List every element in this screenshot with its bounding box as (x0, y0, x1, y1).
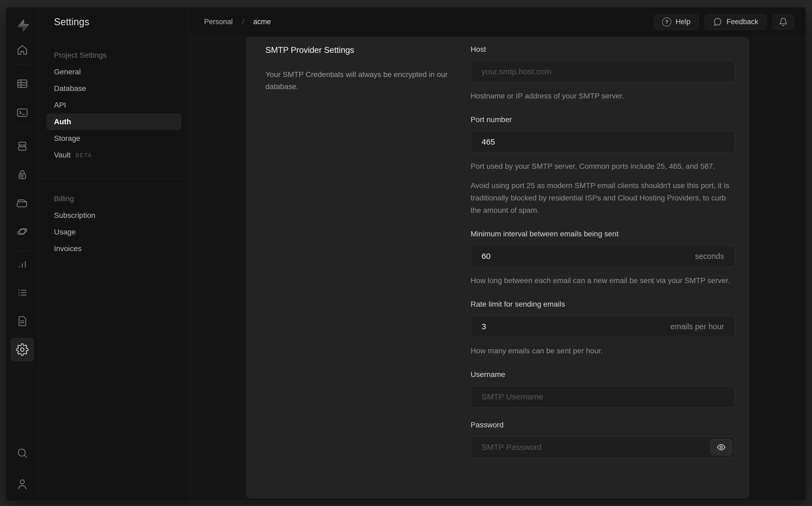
beta-badge: BETA (75, 151, 92, 159)
port-helper: Port used by your SMTP server. Common po… (471, 160, 735, 172)
sidebar-item-auth[interactable]: Auth (47, 113, 181, 130)
search-icon[interactable] (10, 441, 34, 465)
username-label: Username (471, 370, 735, 379)
port-note: Avoid using port 25 as modern SMTP email… (471, 179, 735, 217)
username-field-group: Username (471, 370, 735, 408)
sidebar-item-storage[interactable]: Storage (47, 130, 181, 147)
sidebar-item-invoices[interactable]: Invoices (47, 240, 181, 257)
api-docs-icon[interactable] (10, 309, 34, 333)
breadcrumb-separator: / (241, 17, 245, 26)
home-icon[interactable] (10, 38, 34, 62)
port-input[interactable] (471, 131, 735, 153)
screen: { "header": { "breadcrumb": { "org": "Pe… (0, 0, 812, 506)
content-area: SMTP Provider Settings Your SMTP Credent… (189, 37, 806, 501)
reveal-password-button[interactable] (710, 439, 732, 455)
reports-icon[interactable] (10, 252, 34, 276)
settings-gear-icon[interactable] (10, 338, 34, 361)
sidebar-divider (39, 178, 189, 179)
app-window: Settings Project Settings General Databa… (5, 7, 806, 501)
port-label: Port number (471, 115, 735, 124)
smtp-form: Host Hostname or IP address of your SMTP… (471, 45, 735, 499)
rail-divider (14, 126, 31, 127)
sidebar-item-vault[interactable]: Vault BETA (47, 147, 181, 163)
host-input[interactable] (471, 61, 735, 82)
section-title-billing: Billing (39, 190, 189, 207)
rail-divider (14, 64, 31, 65)
section-title-project-settings: Project Settings (39, 47, 189, 64)
interval-label: Minimum interval between emails being se… (471, 229, 735, 239)
auth-lock-icon[interactable] (10, 163, 34, 186)
section-info: SMTP Provider Settings Your SMTP Credent… (266, 45, 446, 499)
sidebar-item-subscription[interactable]: Subscription (47, 207, 181, 224)
sidebar-item-api[interactable]: API (47, 97, 181, 113)
feedback-bubble-icon (713, 17, 722, 26)
page-title: Settings (54, 16, 89, 28)
smtp-settings-panel: SMTP Provider Settings Your SMTP Credent… (246, 37, 749, 499)
breadcrumb-project[interactable]: acme (253, 18, 271, 26)
password-field-group: Password (471, 420, 735, 458)
breadcrumb-org[interactable]: Personal (204, 18, 233, 26)
breadcrumb: Personal / acme (204, 17, 271, 26)
table-editor-icon[interactable] (10, 72, 34, 95)
supabase-logo[interactable] (6, 15, 39, 36)
help-button[interactable]: ? Help (654, 14, 699, 30)
password-label: Password (471, 420, 735, 430)
icon-rail (6, 7, 39, 501)
host-helper: Hostname or IP address of your SMTP serv… (471, 90, 735, 102)
interval-helper: How long between each email can a new em… (471, 274, 735, 287)
top-bar: Personal / acme ? Help Feedback (189, 7, 806, 37)
profile-icon[interactable] (10, 473, 34, 496)
bell-icon (779, 17, 788, 26)
sidebar-header: Settings (39, 7, 189, 37)
sidebar-nav: Project Settings General Database API Au… (39, 37, 189, 257)
storage-icon[interactable] (10, 191, 34, 215)
sidebar-item-general[interactable]: General (47, 64, 181, 80)
host-label: Host (471, 45, 735, 54)
realtime-icon[interactable] (10, 220, 34, 243)
smtp-section-title: SMTP Provider Settings (266, 45, 446, 56)
notifications-button[interactable] (772, 14, 794, 30)
sidebar-item-database[interactable]: Database (47, 80, 181, 97)
rate-limit-helper: How many emails can be sent per hour. (471, 345, 735, 357)
username-input[interactable] (471, 386, 735, 408)
help-icon: ? (662, 17, 671, 26)
interval-field-group: Minimum interval between emails being se… (471, 229, 735, 287)
password-input[interactable] (471, 436, 735, 458)
main-area: Personal / acme ? Help Feedback (189, 7, 806, 501)
rate-limit-input[interactable] (471, 316, 735, 337)
database-icon[interactable] (10, 135, 34, 158)
rate-limit-label: Rate limit for sending emails (471, 300, 735, 309)
port-field-group: Port number Port used by your SMTP serve… (471, 115, 735, 217)
eye-icon (717, 443, 726, 452)
settings-sidebar: Settings Project Settings General Databa… (39, 7, 189, 501)
interval-input[interactable] (471, 246, 735, 267)
smtp-section-description: Your SMTP Credentials will always be enc… (266, 68, 451, 93)
sidebar-item-usage[interactable]: Usage (47, 224, 181, 240)
header-actions: ? Help Feedback (654, 14, 794, 30)
sql-editor-icon[interactable] (10, 101, 34, 124)
host-field-group: Host Hostname or IP address of your SMTP… (471, 45, 735, 102)
feedback-button[interactable]: Feedback (705, 14, 766, 30)
logs-icon[interactable] (10, 281, 34, 305)
rate-limit-field-group: Rate limit for sending emails emails per… (471, 300, 735, 357)
